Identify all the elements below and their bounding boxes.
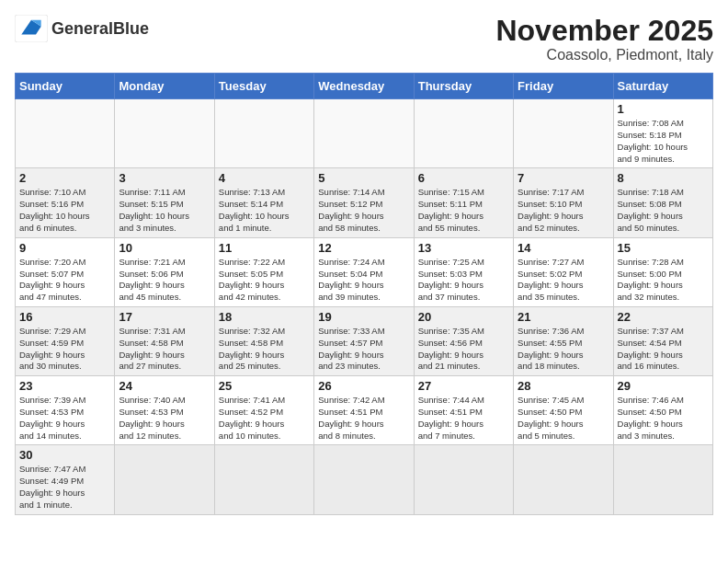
day-info: Sunrise: 7:35 AMSunset: 4:56 PMDaylight:… [418,326,509,373]
calendar-week-row: 30Sunrise: 7:47 AMSunset: 4:49 PMDayligh… [16,445,713,514]
title-section: November 2025 Coassolo, Piedmont, Italy [495,15,713,63]
calendar-cell: 9Sunrise: 7:20 AMSunset: 5:07 PMDaylight… [16,237,115,306]
day-number: 11 [219,241,310,255]
day-info: Sunrise: 7:13 AMSunset: 5:14 PMDaylight:… [219,187,310,234]
day-number: 25 [219,379,310,393]
weekday-header-sunday: Sunday [16,74,115,99]
calendar-cell: 12Sunrise: 7:24 AMSunset: 5:04 PMDayligh… [314,237,414,306]
day-number: 23 [19,379,110,393]
day-number: 27 [418,379,509,393]
calendar-cell [16,99,115,168]
day-number: 21 [518,310,609,324]
calendar-cell: 28Sunrise: 7:45 AMSunset: 4:50 PMDayligh… [514,376,613,445]
day-number: 26 [318,379,409,393]
calendar-cell [613,445,712,514]
day-number: 3 [119,171,210,185]
calendar-cell: 27Sunrise: 7:44 AMSunset: 4:51 PMDayligh… [414,376,513,445]
calendar-cell: 22Sunrise: 7:37 AMSunset: 4:54 PMDayligh… [613,306,712,375]
calendar-cell [314,445,414,514]
calendar-cell: 13Sunrise: 7:25 AMSunset: 5:03 PMDayligh… [414,237,513,306]
calendar-cell: 8Sunrise: 7:18 AMSunset: 5:08 PMDaylight… [613,168,712,237]
day-info: Sunrise: 7:39 AMSunset: 4:53 PMDaylight:… [19,395,110,442]
day-number: 1 [618,102,709,116]
calendar-week-row: 16Sunrise: 7:29 AMSunset: 4:59 PMDayligh… [16,306,713,375]
day-number: 9 [19,241,110,255]
day-number: 16 [19,310,110,324]
day-info: Sunrise: 7:22 AMSunset: 5:05 PMDaylight:… [219,257,310,304]
day-number: 6 [418,171,509,185]
day-number: 20 [418,310,509,324]
weekday-header-row: SundayMondayTuesdayWednesdayThursdayFrid… [16,74,713,99]
day-number: 14 [518,241,609,255]
calendar-cell [115,99,214,168]
weekday-header-thursday: Thursday [414,74,513,99]
day-info: Sunrise: 7:15 AMSunset: 5:11 PMDaylight:… [418,187,509,234]
day-number: 12 [318,241,409,255]
day-number: 7 [518,171,609,185]
day-info: Sunrise: 7:11 AMSunset: 5:15 PMDaylight:… [119,187,210,234]
location-title: Coassolo, Piedmont, Italy [495,47,713,63]
day-info: Sunrise: 7:40 AMSunset: 4:53 PMDaylight:… [119,395,210,442]
day-number: 18 [219,310,310,324]
calendar-cell [214,99,313,168]
day-number: 10 [119,241,210,255]
day-info: Sunrise: 7:29 AMSunset: 4:59 PMDaylight:… [19,326,110,373]
weekday-header-tuesday: Tuesday [214,74,313,99]
calendar-cell [214,445,313,514]
day-info: Sunrise: 7:42 AMSunset: 4:51 PMDaylight:… [318,395,409,442]
calendar-cell: 21Sunrise: 7:36 AMSunset: 4:55 PMDayligh… [514,306,613,375]
calendar-cell: 3Sunrise: 7:11 AMSunset: 5:15 PMDaylight… [115,168,214,237]
day-info: Sunrise: 7:33 AMSunset: 4:57 PMDaylight:… [318,326,409,373]
calendar-table: SundayMondayTuesdayWednesdayThursdayFrid… [15,73,713,515]
calendar-cell: 17Sunrise: 7:31 AMSunset: 4:58 PMDayligh… [115,306,214,375]
weekday-header-wednesday: Wednesday [314,74,414,99]
calendar-cell: 26Sunrise: 7:42 AMSunset: 4:51 PMDayligh… [314,376,414,445]
logo: GeneralBlue [15,15,149,42]
calendar-cell [115,445,214,514]
day-number: 29 [618,379,709,393]
day-info: Sunrise: 7:28 AMSunset: 5:00 PMDaylight:… [618,257,709,304]
day-info: Sunrise: 7:24 AMSunset: 5:04 PMDaylight:… [318,257,409,304]
calendar-cell [514,445,613,514]
calendar-cell: 15Sunrise: 7:28 AMSunset: 5:00 PMDayligh… [613,237,712,306]
calendar-week-row: 23Sunrise: 7:39 AMSunset: 4:53 PMDayligh… [16,376,713,445]
day-info: Sunrise: 7:25 AMSunset: 5:03 PMDaylight:… [418,257,509,304]
day-number: 4 [219,171,310,185]
day-number: 19 [318,310,409,324]
day-info: Sunrise: 7:41 AMSunset: 4:52 PMDaylight:… [219,395,310,442]
day-info: Sunrise: 7:17 AMSunset: 5:10 PMDaylight:… [518,187,609,234]
day-info: Sunrise: 7:27 AMSunset: 5:02 PMDaylight:… [518,257,609,304]
day-info: Sunrise: 7:08 AMSunset: 5:18 PMDaylight:… [618,118,709,165]
calendar-cell: 10Sunrise: 7:21 AMSunset: 5:06 PMDayligh… [115,237,214,306]
day-number: 28 [518,379,609,393]
day-number: 5 [318,171,409,185]
calendar-week-row: 1Sunrise: 7:08 AMSunset: 5:18 PMDaylight… [16,99,713,168]
calendar-cell [514,99,613,168]
day-info: Sunrise: 7:32 AMSunset: 4:58 PMDaylight:… [219,326,310,373]
logo-text: GeneralBlue [51,19,149,39]
calendar-cell: 30Sunrise: 7:47 AMSunset: 4:49 PMDayligh… [16,445,115,514]
day-info: Sunrise: 7:14 AMSunset: 5:12 PMDaylight:… [318,187,409,234]
day-number: 30 [19,448,110,462]
day-info: Sunrise: 7:21 AMSunset: 5:06 PMDaylight:… [119,257,210,304]
day-info: Sunrise: 7:18 AMSunset: 5:08 PMDaylight:… [618,187,709,234]
calendar-cell: 23Sunrise: 7:39 AMSunset: 4:53 PMDayligh… [16,376,115,445]
day-info: Sunrise: 7:45 AMSunset: 4:50 PMDaylight:… [518,395,609,442]
calendar-cell: 2Sunrise: 7:10 AMSunset: 5:16 PMDaylight… [16,168,115,237]
calendar-cell [414,445,513,514]
day-info: Sunrise: 7:37 AMSunset: 4:54 PMDaylight:… [618,326,709,373]
day-number: 15 [618,241,709,255]
day-info: Sunrise: 7:36 AMSunset: 4:55 PMDaylight:… [518,326,609,373]
calendar-cell: 18Sunrise: 7:32 AMSunset: 4:58 PMDayligh… [214,306,313,375]
day-number: 17 [119,310,210,324]
weekday-header-friday: Friday [514,74,613,99]
calendar-cell: 5Sunrise: 7:14 AMSunset: 5:12 PMDaylight… [314,168,414,237]
day-info: Sunrise: 7:44 AMSunset: 4:51 PMDaylight:… [418,395,509,442]
weekday-header-monday: Monday [115,74,214,99]
day-number: 22 [618,310,709,324]
day-info: Sunrise: 7:10 AMSunset: 5:16 PMDaylight:… [19,187,110,234]
calendar-cell: 16Sunrise: 7:29 AMSunset: 4:59 PMDayligh… [16,306,115,375]
calendar-cell: 1Sunrise: 7:08 AMSunset: 5:18 PMDaylight… [613,99,712,168]
calendar-cell [314,99,414,168]
day-number: 8 [618,171,709,185]
